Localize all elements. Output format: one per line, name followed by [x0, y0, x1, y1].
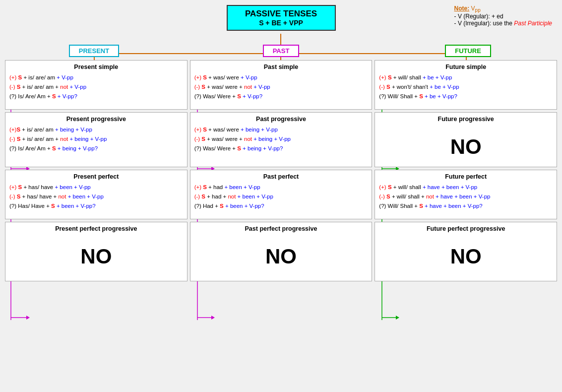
- future-progressive-no: NO: [379, 125, 553, 164]
- cell-present-perfect: Present perfect (+) S + has/ have + been…: [5, 170, 187, 219]
- pastp-line1: (+) S + was/ were + being + V-pp: [194, 125, 368, 134]
- fs-line1: (+) S + will/ shall + be + V-pp: [379, 73, 553, 82]
- note-label: Note:: [454, 5, 470, 12]
- pastp-line3: (?) Was/ Were + S + being + V-pp?: [194, 144, 368, 153]
- pasts-line2: (-) S + was/ were + not + V-pp: [194, 82, 368, 92]
- cell-title-future-progressive: Future progressive: [379, 116, 553, 123]
- ps-line1: (+) S + is/ are/ am + V-pp: [9, 73, 183, 82]
- cell-future-simple: Future simple (+) S + will/ shall + be +…: [375, 60, 557, 110]
- prp-line2: (-) S + has/ have + not + been + V-pp: [9, 192, 183, 201]
- pastp-line2: (-) S + was/ were + not + being + V-pp: [194, 134, 368, 144]
- note-box: Note: Vpp - V (Regular): + ed - V (Irreg…: [454, 5, 552, 27]
- pastpf-line2: (-) S + had + not + been + V-pp: [194, 192, 368, 201]
- cell-content-past-simple: (+) S + was/ were + V-pp (-) S + was/ we…: [194, 73, 368, 101]
- pp-line3: (?) Is/ Are/ Am + S + being + V-pp?: [9, 144, 183, 153]
- fp-line2: (-) S + will/ shall + not + have + been …: [379, 192, 553, 201]
- header-present: PRESENT: [69, 45, 119, 57]
- prp-line1: (+) S + has/ have + been + V-pp: [9, 183, 183, 192]
- pasts-line1: (+) S + was/ were + V-pp: [194, 73, 368, 82]
- note-line1: - V (Regular): + ed: [454, 13, 552, 20]
- pp-line1: (+)S + is/ are/ am + being + V-pp: [9, 125, 183, 134]
- cell-content-future-perfect: (+) S + will/ shall + have + been + V-pp…: [379, 183, 553, 211]
- header-past: PAST: [263, 45, 300, 57]
- fs-line3: (?) Will/ Shall + S + be + V-pp?: [379, 92, 553, 101]
- note-line0: Note: Vpp: [454, 5, 552, 13]
- cell-title-future-perfect-progressive: Future perfect progressive: [379, 225, 553, 232]
- cell-content-present-perfect: (+) S + has/ have + been + V-pp (-) S + …: [9, 183, 183, 211]
- future-perfect-progressive-no: NO: [379, 235, 553, 273]
- cell-title-present-perfect: Present perfect: [9, 173, 183, 180]
- title-box: PASSIVE TENSES S + BE + VPP: [227, 5, 336, 31]
- ps-line3: (?) Is/ Are/ Am + S + V-pp?: [9, 92, 183, 101]
- cell-content-past-perfect: (+) S + had + been + V-pp (-) S + had + …: [194, 183, 368, 211]
- note-line2: - V (Irregular): use the Past Participle: [454, 20, 552, 27]
- cell-future-progressive: Future progressive NO: [375, 112, 557, 167]
- page: PASSIVE TENSES S + BE + VPP Note: Vpp - …: [0, 0, 562, 392]
- cell-present-perfect-progressive: Present perfect progressive NO: [5, 222, 187, 281]
- present-perfect-progressive-no: NO: [9, 235, 183, 273]
- cell-content-past-progressive: (+) S + was/ were + being + V-pp (-) S +…: [194, 125, 368, 153]
- past-perfect-progressive-no: NO: [194, 235, 368, 273]
- cell-present-simple: Present simple (+) S + is/ are/ am + V-p…: [5, 60, 187, 110]
- tenses-grid: Present simple (+) S + is/ are/ am + V-p…: [5, 60, 557, 281]
- cell-future-perfect: Future perfect (+) S + will/ shall + hav…: [375, 170, 557, 219]
- pastpf-line1: (+) S + had + been + V-pp: [194, 183, 368, 192]
- header-future: FUTURE: [445, 45, 491, 57]
- cell-past-simple: Past simple (+) S + was/ were + V-pp (-)…: [190, 60, 373, 110]
- cell-title-future-simple: Future simple: [379, 64, 553, 70]
- past-participle: Past Participle: [514, 20, 552, 27]
- pp-line2: (-) S + is/ are/ am + not + being + V-pp: [9, 134, 183, 144]
- cell-title-past-perfect: Past perfect: [194, 173, 368, 180]
- title-sub: S + BE + VPP: [238, 19, 325, 27]
- headers-row: PRESENT PAST FUTURE: [5, 45, 557, 57]
- cell-content-future-simple: (+) S + will/ shall + be + V-pp (-) S + …: [379, 73, 553, 101]
- cell-title-present-simple: Present simple: [9, 64, 183, 70]
- prp-line3: (?) Has/ Have + S + been + V-pp?: [9, 201, 183, 211]
- cell-past-perfect: Past perfect (+) S + had + been + V-pp (…: [190, 170, 373, 219]
- cell-past-perfect-progressive: Past perfect progressive NO: [190, 222, 373, 281]
- cell-title-past-simple: Past simple: [194, 64, 368, 70]
- note-vpp: Vpp: [471, 5, 481, 12]
- cell-content-present-simple: (+) S + is/ are/ am + V-pp (-) S + is/ a…: [9, 73, 183, 101]
- ps-line2: (-) S + is/ are/ am + not + V-pp: [9, 82, 183, 92]
- cell-past-progressive: Past progressive (+) S + was/ were + bei…: [190, 112, 373, 167]
- main-content: PRESENT PAST FUTURE Present simple (+) S…: [5, 45, 557, 387]
- title-main: PASSIVE TENSES: [238, 9, 325, 19]
- cell-future-perfect-progressive: Future perfect progressive NO: [375, 222, 557, 281]
- cell-title-past-progressive: Past progressive: [194, 116, 368, 123]
- cell-title-past-perfect-progressive: Past perfect progressive: [194, 225, 368, 232]
- pastpf-line3: (?) Had + S + been + V-pp?: [194, 201, 368, 211]
- cell-title-present-progressive: Present progressive: [9, 116, 183, 123]
- cell-content-present-progressive: (+)S + is/ are/ am + being + V-pp (-) S …: [9, 125, 183, 153]
- fs-line2: (-) S + won't/ shan't + be + V-pp: [379, 82, 553, 92]
- fp-line3: (?) Will/ Shall + S + have + been + V-pp…: [379, 201, 553, 211]
- fp-line1: (+) S + will/ shall + have + been + V-pp: [379, 183, 553, 192]
- pasts-line3: (?) Was/ Were + S + V-pp?: [194, 92, 368, 101]
- cell-present-progressive: Present progressive (+)S + is/ are/ am +…: [5, 112, 187, 167]
- cell-title-present-perfect-progressive: Present perfect progressive: [9, 225, 183, 232]
- cell-title-future-perfect: Future perfect: [379, 173, 553, 180]
